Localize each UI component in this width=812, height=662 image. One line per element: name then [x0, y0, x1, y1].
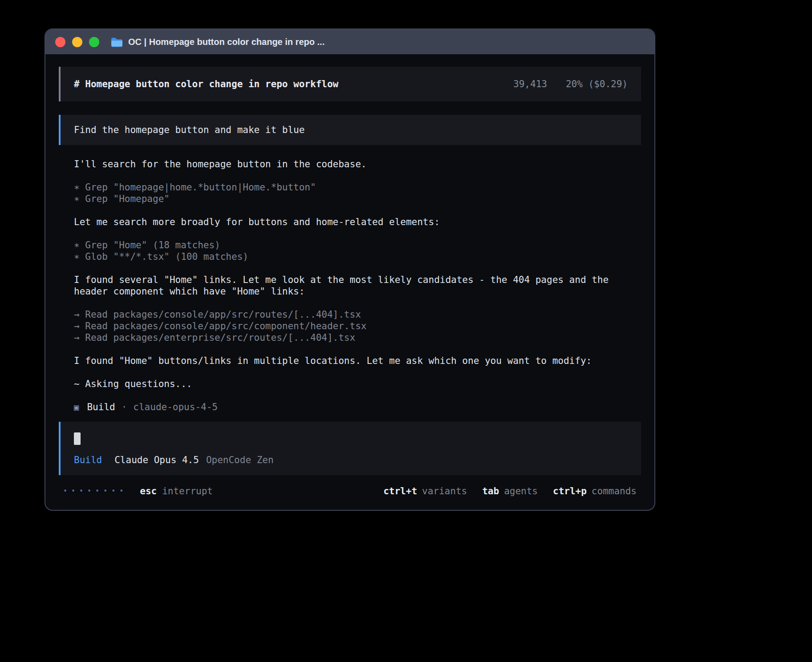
status-bar: •••••••• esc interrupt ctrl+t variants t… — [59, 486, 641, 496]
terminal-content: # Homepage button color change in repo w… — [45, 54, 654, 510]
tool-call-group: ∗ Grep "homepage|home.*button|Home.*butt… — [74, 182, 641, 205]
input-model-label: Claude Opus 4.5 — [114, 455, 199, 465]
esc-key-hint: esc — [140, 486, 157, 496]
shortcut-keys: ctrl+t — [383, 486, 417, 496]
tool-call-group: ∗ Grep "Home" (18 matches) ∗ Glob "**/*.… — [74, 239, 641, 262]
conversation: I'll search for the homepage button in t… — [59, 158, 641, 390]
assistant-paragraph: ~ Asking questions... — [74, 378, 641, 390]
context-usage: 20% ($0.29) — [566, 79, 628, 89]
assistant-paragraph: Let me search more broadly for buttons a… — [74, 216, 641, 228]
shortcut-label: variants — [422, 486, 467, 496]
terminal-window: OC | Homepage button color change in rep… — [45, 28, 655, 511]
shortcut-label: agents — [504, 486, 538, 496]
shortcut-label: commands — [592, 486, 637, 496]
token-count: 39,413 — [513, 79, 547, 89]
user-message-text: Find the homepage button and make it blu… — [74, 125, 304, 135]
shortcut-variants: ctrl+t variants — [383, 486, 467, 496]
input-meta-row: Build Claude Opus 4.5 OpenCode Zen — [74, 455, 628, 465]
status-bar-right: ctrl+t variants tab agents ctrl+p comman… — [383, 486, 637, 496]
assistant-paragraph: I found "Home" buttons/links in multiple… — [74, 355, 641, 367]
model-name: claude-opus-4-5 — [133, 401, 218, 413]
session-header: # Homepage button color change in repo w… — [59, 67, 641, 101]
assistant-paragraph: I found several "Home" links. Let me loo… — [74, 274, 641, 297]
zoom-button[interactable] — [89, 37, 99, 47]
input-provider-label: OpenCode Zen — [206, 455, 274, 465]
user-message: Find the homepage button and make it blu… — [59, 115, 641, 145]
dot-separator: · — [122, 401, 127, 413]
minimize-button[interactable] — [72, 37, 82, 47]
shortcut-keys: ctrl+p — [553, 486, 587, 496]
session-stats: 39,413 20% ($0.29) — [513, 79, 628, 89]
traffic-lights — [55, 37, 99, 47]
prompt-input[interactable]: Build Claude Opus 4.5 OpenCode Zen — [59, 422, 641, 475]
session-title: # Homepage button color change in repo w… — [74, 79, 338, 89]
interrupt-label: interrupt — [162, 486, 213, 496]
status-bar-left: •••••••• esc interrupt — [63, 486, 213, 496]
window-title: OC | Homepage button color change in rep… — [128, 37, 325, 47]
agent-status-row: ▣ Build · claude-opus-4-5 — [59, 401, 641, 413]
agent-mode-label: Build — [74, 455, 102, 465]
shortcut-commands: ctrl+p commands — [553, 486, 637, 496]
agent-name: Build — [87, 401, 115, 413]
shortcut-agents: tab agents — [482, 486, 538, 496]
shortcut-keys: tab — [482, 486, 499, 496]
close-button[interactable] — [55, 37, 65, 47]
folder-icon — [111, 37, 123, 47]
spinner-dots: •••••••• — [63, 487, 127, 495]
title-bar: OC | Homepage button color change in rep… — [45, 29, 654, 54]
assistant-paragraph: I'll search for the homepage button in t… — [74, 158, 641, 170]
agent-icon: ▣ — [74, 401, 79, 413]
text-cursor — [74, 432, 81, 445]
tool-call-group: → Read packages/console/app/src/routes/[… — [74, 309, 641, 343]
